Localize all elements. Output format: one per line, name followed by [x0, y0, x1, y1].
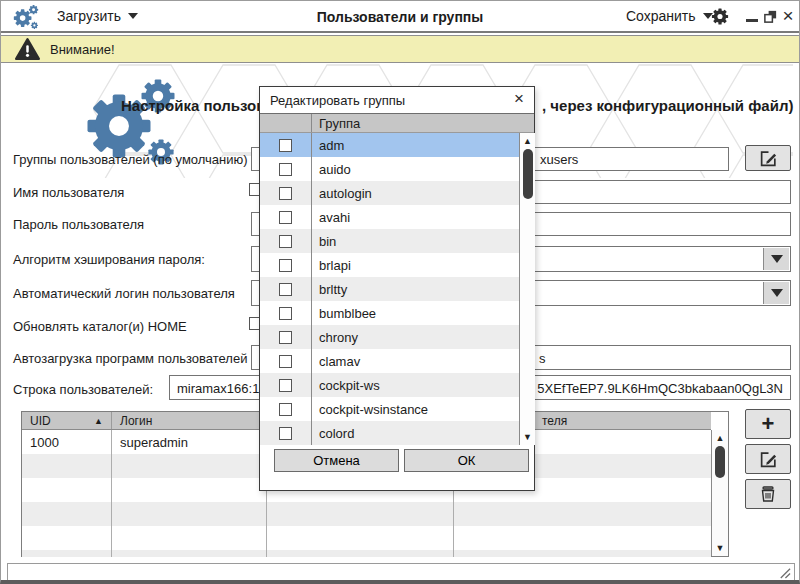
autostart-label: Автозагрузка программ пользователей: [13, 351, 247, 366]
restore-button[interactable]: [761, 1, 779, 31]
table-row[interactable]: [22, 526, 711, 550]
group-checkbox[interactable]: [260, 205, 312, 229]
minimize-icon: [746, 19, 758, 22]
table-cell: [454, 550, 711, 557]
column-header-uid[interactable]: UID ▲: [22, 412, 112, 429]
group-label: bumblbee: [312, 306, 376, 321]
group-label: auido: [312, 162, 351, 177]
group-list-header: Группа: [260, 114, 534, 133]
scrollbar-thumb[interactable]: [523, 149, 533, 199]
group-row[interactable]: avahi: [260, 205, 519, 229]
checkbox-icon: [279, 331, 292, 344]
restore-icon: [763, 9, 778, 24]
checkbox-icon: [279, 355, 292, 368]
group-row[interactable]: adm: [260, 133, 519, 157]
group-label: colord: [312, 426, 354, 441]
table-cell: [454, 526, 711, 550]
scroll-down-icon[interactable]: ▼: [712, 541, 728, 555]
checkbox-icon: [279, 307, 292, 320]
scroll-up-icon[interactable]: ▲: [712, 431, 728, 445]
checkbox-column-header: [260, 114, 312, 132]
group-checkbox[interactable]: [260, 277, 312, 301]
group-checkbox[interactable]: [260, 253, 312, 277]
table-cell: 1000: [22, 430, 112, 454]
table-cell: [22, 526, 112, 550]
sort-asc-icon: ▲: [94, 416, 103, 426]
checkbox-icon: [279, 379, 292, 392]
group-checkbox[interactable]: [260, 181, 312, 205]
group-checkbox[interactable]: [260, 157, 312, 181]
app-window: Загрузить Пользователи и группы Сохранит…: [0, 0, 800, 584]
group-row[interactable]: brltty: [260, 277, 519, 301]
save-menu-button[interactable]: Сохранить: [626, 8, 713, 24]
group-checkbox[interactable]: [260, 373, 312, 397]
group-row[interactable]: clamav: [260, 349, 519, 373]
table-cell: superadmin: [112, 430, 267, 454]
close-button[interactable]: ×: [779, 1, 797, 31]
dropdown-button[interactable]: [763, 282, 789, 304]
delete-user-button[interactable]: [745, 479, 791, 509]
group-row[interactable]: bin: [260, 229, 519, 253]
plus-icon: +: [762, 414, 775, 434]
table-cell: [112, 502, 267, 526]
group-row[interactable]: cockpit-ws: [260, 373, 519, 397]
username-label: Имя пользователя: [13, 185, 124, 200]
checkbox-icon: [279, 163, 292, 176]
scrollbar-thumb[interactable]: [715, 446, 725, 478]
chevron-down-icon: [771, 289, 783, 297]
hash-algo-label: Алгоритм хэширования пароля:: [13, 252, 205, 267]
table-cell: [112, 478, 267, 502]
user-string-value-right: 5XEfTeEP7.9LK6HmQC3bkabaan0QgL3N: [537, 380, 783, 395]
chevron-down-icon: [771, 255, 783, 263]
title-bar: Загрузить Пользователи и группы Сохранит…: [1, 1, 799, 33]
group-checkbox[interactable]: [260, 397, 312, 421]
table-cell: [22, 502, 112, 526]
settings-button[interactable]: [711, 1, 729, 31]
dialog-close-button[interactable]: ×: [510, 89, 528, 109]
add-user-button[interactable]: +: [745, 409, 791, 439]
dropdown-button[interactable]: [763, 248, 789, 270]
table-cell: [112, 550, 267, 557]
scroll-down-icon[interactable]: ▼: [520, 430, 535, 444]
group-row[interactable]: chrony: [260, 325, 519, 349]
group-row[interactable]: bumblbee: [260, 301, 519, 325]
default-groups-value: xusers: [540, 152, 578, 167]
group-label: cockpit-ws: [312, 378, 380, 393]
group-row[interactable]: auido: [260, 157, 519, 181]
column-header-login[interactable]: Логин: [112, 412, 267, 429]
close-icon: ×: [782, 5, 793, 27]
group-row[interactable]: brlapi: [260, 253, 519, 277]
group-label: clamav: [312, 354, 360, 369]
group-checkbox[interactable]: [260, 325, 312, 349]
group-checkbox[interactable]: [260, 421, 312, 445]
scroll-up-icon[interactable]: ▲: [520, 134, 535, 148]
group-row[interactable]: autologin: [260, 181, 519, 205]
table-cell: [267, 502, 454, 526]
table-vertical-scrollbar[interactable]: ▲ ▼: [711, 430, 728, 556]
gear-icon: [711, 7, 729, 26]
checkbox-icon: [279, 211, 292, 224]
group-label: brltty: [312, 282, 347, 297]
minimize-button[interactable]: [743, 1, 761, 31]
table-cell: [267, 526, 454, 550]
table-cell: [22, 550, 112, 557]
group-row[interactable]: colord: [260, 421, 519, 445]
table-row[interactable]: [22, 550, 711, 557]
group-label: bin: [312, 234, 336, 249]
ok-button[interactable]: ОК: [404, 449, 529, 472]
table-cell: [22, 454, 112, 478]
group-label: cockpit-wsinstance: [312, 402, 428, 417]
edit-groups-button[interactable]: [745, 145, 791, 171]
group-checkbox[interactable]: [260, 229, 312, 253]
resize-grip-icon[interactable]: [778, 566, 791, 579]
edit-user-button[interactable]: [745, 444, 791, 474]
table-row[interactable]: [22, 502, 711, 526]
group-checkbox[interactable]: [260, 133, 312, 157]
group-checkbox[interactable]: [260, 301, 312, 325]
group-checkbox[interactable]: [260, 349, 312, 373]
dialog-title-bar[interactable]: Редактировать группы ×: [260, 87, 534, 114]
warning-text: Внимание!: [50, 42, 115, 57]
group-row[interactable]: cockpit-wsinstance: [260, 397, 519, 421]
dialog-vertical-scrollbar[interactable]: ▲ ▼: [519, 133, 535, 445]
cancel-button[interactable]: Отмена: [274, 449, 399, 472]
